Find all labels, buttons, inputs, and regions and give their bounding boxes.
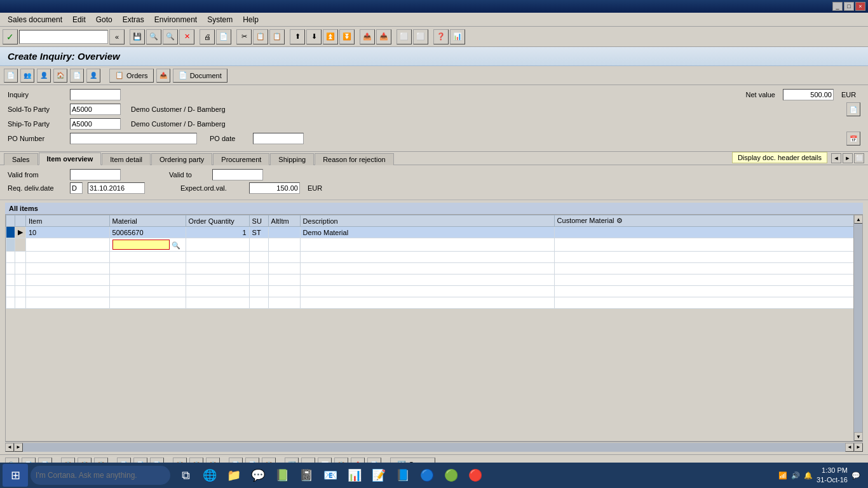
tab-reason-rejection[interactable]: Reason for rejection bbox=[315, 153, 393, 165]
document-icon[interactable]: 📄 bbox=[216, 29, 231, 44]
po-number-input[interactable] bbox=[70, 133, 197, 144]
upload-icon[interactable]: 📤 bbox=[360, 29, 375, 44]
tab-right-icon[interactable]: ► bbox=[843, 153, 853, 163]
save-icon[interactable]: 💾 bbox=[130, 29, 145, 44]
outlook-icon[interactable]: 📧 bbox=[319, 464, 342, 487]
word-icon[interactable]: 📝 bbox=[367, 464, 390, 487]
store-icon[interactable]: 💬 bbox=[247, 464, 269, 487]
tab-shipping[interactable]: Shipping bbox=[270, 153, 314, 165]
cell-altitm[interactable] bbox=[268, 238, 300, 252]
edge-icon[interactable]: 🌐 bbox=[198, 464, 221, 487]
paste-icon[interactable]: 📋 bbox=[269, 29, 285, 44]
cell-item[interactable]: 10 bbox=[26, 227, 110, 238]
tab-item-detail[interactable]: Item detail bbox=[102, 153, 151, 165]
prev-page-icon[interactable]: ⬆ bbox=[290, 29, 305, 44]
sold-to-id-input[interactable] bbox=[70, 104, 121, 115]
command-input[interactable] bbox=[19, 30, 108, 44]
task-view-icon[interactable]: ⧉ bbox=[174, 464, 197, 487]
table-row[interactable] bbox=[6, 252, 862, 263]
cell-material[interactable]: 🔍 bbox=[109, 238, 186, 252]
tab-procurement[interactable]: Procurement bbox=[213, 153, 269, 165]
document-button[interactable]: 📄 Document bbox=[173, 69, 227, 83]
doc2-icon[interactable]: 📄 bbox=[70, 69, 84, 83]
menu-help[interactable]: Help bbox=[238, 14, 264, 25]
table-row[interactable] bbox=[6, 274, 862, 286]
next-page-icon[interactable]: ⬇ bbox=[306, 29, 322, 44]
nav-back-icon[interactable]: « bbox=[109, 29, 125, 44]
scroll-down-button[interactable]: ▼ bbox=[854, 432, 863, 441]
download-icon[interactable]: 📥 bbox=[376, 29, 391, 44]
menu-system[interactable]: System bbox=[202, 14, 238, 25]
home-icon[interactable]: 🏠 bbox=[53, 69, 67, 83]
chrome-icon[interactable]: 🟢 bbox=[440, 464, 463, 487]
find-next-icon[interactable]: 🔍 bbox=[163, 29, 178, 44]
cell-item[interactable] bbox=[26, 238, 110, 252]
visio-icon[interactable]: 📘 bbox=[391, 464, 414, 487]
excel-icon[interactable]: 📗 bbox=[271, 464, 294, 487]
menu-sales-document[interactable]: Sales document bbox=[3, 14, 67, 25]
action-center-icon[interactable]: 💬 bbox=[851, 471, 860, 480]
start-button[interactable]: ⊞ bbox=[3, 464, 28, 487]
h-scroll-left-button[interactable]: ◄ bbox=[845, 443, 854, 452]
cell-description[interactable] bbox=[300, 238, 554, 252]
skype-icon[interactable]: 🔵 bbox=[416, 464, 438, 487]
menu-edit[interactable]: Edit bbox=[67, 14, 91, 25]
table-row[interactable] bbox=[6, 297, 862, 309]
valid-from-input[interactable] bbox=[70, 169, 121, 180]
tab-expand-icon[interactable]: ⬜ bbox=[854, 153, 864, 163]
layout1-icon[interactable]: ⬜ bbox=[397, 29, 412, 44]
cancel-icon[interactable]: ✕ bbox=[179, 29, 194, 44]
cell-customer-material[interactable] bbox=[554, 238, 862, 252]
table-row[interactable]: ▶ 10 50065670 1 ST Demo Material bbox=[6, 227, 862, 238]
column-settings-icon[interactable]: ⚙ bbox=[616, 217, 623, 224]
maximize-button[interactable]: □ bbox=[844, 2, 854, 11]
taskbar-time[interactable]: 1:30 PM 31-Oct-16 bbox=[817, 466, 848, 485]
export-icon[interactable]: 📤 bbox=[156, 69, 170, 83]
scroll-left-button[interactable]: ◄ bbox=[5, 443, 14, 452]
chart-icon[interactable]: 📊 bbox=[450, 29, 465, 44]
menu-extras[interactable]: Extras bbox=[118, 14, 149, 25]
layout2-icon[interactable]: ⬜ bbox=[413, 29, 428, 44]
table-row[interactable] bbox=[6, 263, 862, 274]
acrobat-icon[interactable]: 🔴 bbox=[464, 464, 487, 487]
doc-icon[interactable]: 📄 bbox=[4, 69, 18, 83]
net-value-input[interactable] bbox=[783, 89, 834, 100]
person-icon[interactable]: 👤 bbox=[37, 69, 51, 83]
person2-icon[interactable]: 👤 bbox=[86, 69, 100, 83]
cell-su[interactable] bbox=[249, 238, 268, 252]
req-deliv-type-input[interactable] bbox=[70, 182, 83, 194]
scroll-right-button[interactable]: ► bbox=[14, 443, 23, 452]
search-icon[interactable]: 🔍 bbox=[172, 241, 180, 249]
cell-su[interactable]: ST bbox=[249, 227, 268, 238]
calendar-icon[interactable]: 📅 bbox=[846, 132, 860, 146]
tab-sales[interactable]: Sales bbox=[4, 153, 38, 165]
minimize-button[interactable]: _ bbox=[832, 2, 843, 11]
req-deliv-date-input[interactable] bbox=[88, 182, 145, 194]
first-page-icon[interactable]: ⏫ bbox=[323, 29, 338, 44]
table-row[interactable]: 🔍 bbox=[6, 238, 862, 252]
material-input[interactable] bbox=[112, 240, 170, 250]
table-row[interactable] bbox=[6, 286, 862, 297]
tab-ordering-party[interactable]: Ordering party bbox=[151, 153, 212, 165]
cell-order-qty[interactable]: 1 bbox=[186, 227, 249, 238]
volume-icon[interactable]: 🔊 bbox=[791, 471, 800, 480]
valid-to-input[interactable] bbox=[212, 169, 263, 180]
explorer-icon[interactable]: 📁 bbox=[222, 464, 245, 487]
sold-to-detail-icon[interactable]: 📄 bbox=[846, 102, 860, 116]
cell-material[interactable]: 50065670 bbox=[109, 227, 186, 238]
ship-to-id-input[interactable] bbox=[70, 118, 121, 130]
h-scroll-right-button[interactable]: ► bbox=[854, 443, 863, 452]
check-icon[interactable]: ✓ bbox=[3, 29, 18, 44]
onenote-icon[interactable]: 📓 bbox=[295, 464, 318, 487]
cell-order-qty[interactable] bbox=[186, 238, 249, 252]
window-controls[interactable]: _ □ × bbox=[832, 2, 865, 11]
notification-icon[interactable]: 🔔 bbox=[804, 471, 813, 480]
find-icon[interactable]: 🔍 bbox=[146, 29, 161, 44]
last-page-icon[interactable]: ⏬ bbox=[339, 29, 355, 44]
print-icon[interactable]: 🖨 bbox=[200, 29, 215, 44]
expect-ord-val-input[interactable] bbox=[249, 182, 300, 194]
cortana-search[interactable] bbox=[31, 466, 170, 485]
powerpoint-icon[interactable]: 📊 bbox=[343, 464, 366, 487]
copy-icon[interactable]: 📋 bbox=[253, 29, 268, 44]
scroll-up-button[interactable]: ▲ bbox=[854, 215, 863, 224]
